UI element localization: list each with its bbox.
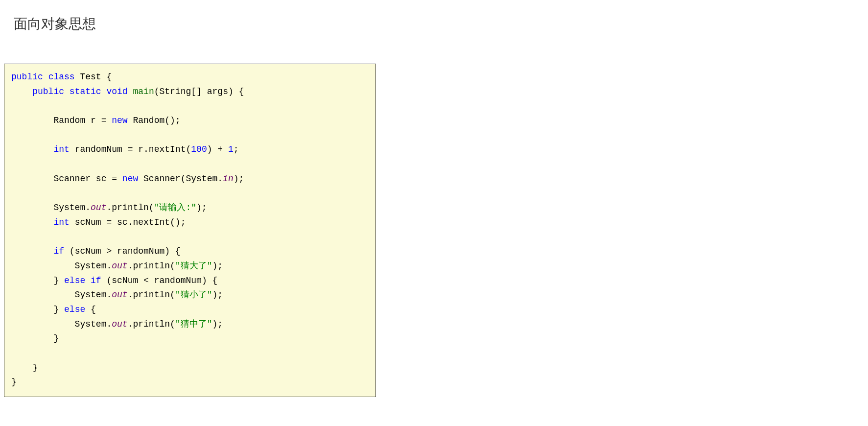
code-token-kw: new: [122, 174, 138, 184]
code-token-kw: int: [53, 144, 69, 154]
code-token-kw: void: [106, 87, 127, 96]
code-token-it: out: [112, 290, 127, 300]
code-token-kw: if: [91, 276, 101, 285]
code-token-kw: public: [11, 72, 43, 82]
code-token-str: "猜小了": [175, 290, 212, 300]
code-block: public class Test { public static void m…: [4, 64, 376, 397]
code-token-it: out: [91, 203, 106, 213]
page-title: 面向对象思想: [0, 0, 868, 33]
code-token-it: out: [112, 319, 127, 329]
code-token-it: in: [223, 174, 234, 184]
code-token-str: "猜中了": [175, 319, 212, 329]
code-token-kw: static: [70, 87, 101, 96]
code-token-kw: else: [64, 276, 85, 285]
code-token-str: "请输入:": [154, 203, 196, 213]
code-token-kw: int: [53, 217, 69, 227]
code-token-kw: if: [53, 246, 64, 256]
code-token-kw: else: [64, 305, 85, 314]
code-token-kw: public: [32, 87, 64, 96]
code-token-str: "猜大了": [175, 261, 212, 271]
code-token-fn: main: [133, 87, 154, 96]
code-token-num: 100: [191, 144, 207, 154]
code-token-kw: new: [112, 116, 127, 125]
code-token-kw: class: [48, 72, 75, 82]
code-token-num: 1: [228, 144, 234, 154]
code-token-it: out: [112, 261, 127, 271]
